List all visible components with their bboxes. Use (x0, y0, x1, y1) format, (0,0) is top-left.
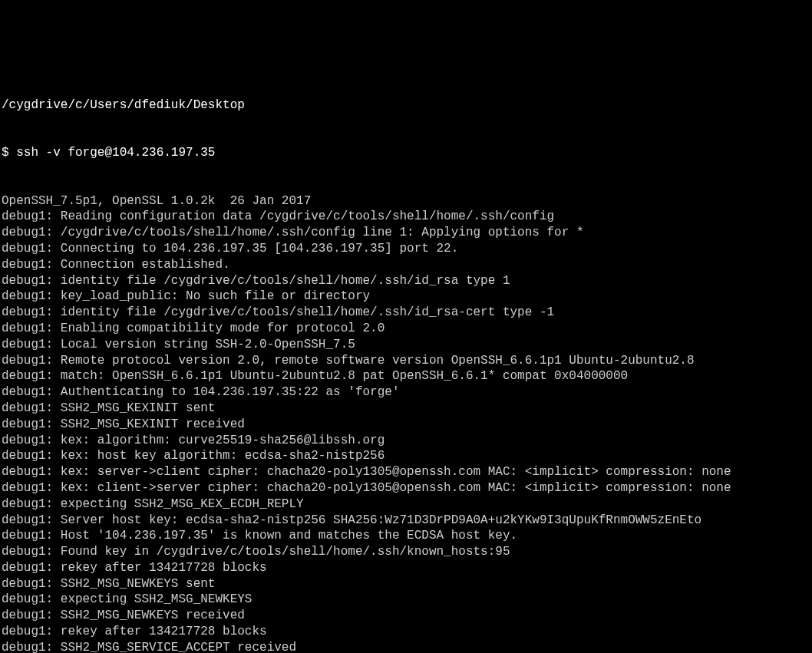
output-line: debug1: Server host key: ecdsa-sha2-nist… (2, 513, 810, 529)
output-line: debug1: expecting SSH2_MSG_NEWKEYS (2, 592, 810, 608)
output-line: debug1: SSH2_MSG_NEWKEYS sent (2, 576, 810, 592)
output-line: debug1: Reading configuration data /cygd… (2, 209, 810, 225)
output-line: debug1: Authenticating to 104.236.197.35… (2, 384, 810, 401)
output-line: OpenSSH_7.5p1, OpenSSL 1.0.2k 26 Jan 201… (2, 193, 810, 209)
output-line: debug1: Host '104.236.197.35' is known a… (2, 528, 810, 544)
output-line: debug1: kex: server->client cipher: chac… (2, 464, 810, 480)
output-line: debug1: Remote protocol version 2.0, rem… (2, 353, 810, 369)
output-line: debug1: Local version string SSH-2.0-Ope… (2, 337, 810, 353)
output-lines: OpenSSH_7.5p1, OpenSSL 1.0.2k 26 Jan 201… (2, 193, 810, 653)
output-line: debug1: kex: algorithm: curve25519-sha25… (2, 433, 810, 449)
output-line: debug1: Enabling compatibility mode for … (2, 321, 810, 337)
output-line: debug1: SSH2_MSG_KEXINIT sent (2, 401, 810, 417)
current-directory: /cygdrive/c/Users/dfediuk/Desktop (2, 97, 810, 114)
output-line: debug1: expecting SSH2_MSG_KEX_ECDH_REPL… (2, 496, 810, 513)
output-line: debug1: SSH2_MSG_SERVICE_ACCEPT received (2, 640, 810, 653)
terminal-output: /cygdrive/c/Users/dfediuk/Desktop $ ssh … (2, 65, 810, 653)
output-line: debug1: Found key in /cygdrive/c/tools/s… (2, 544, 810, 560)
output-line: debug1: kex: host key algorithm: ecdsa-s… (2, 448, 810, 464)
output-line: debug1: rekey after 134217728 blocks (2, 624, 810, 640)
output-line: debug1: /cygdrive/c/tools/shell/home/.ss… (2, 225, 810, 241)
output-line: debug1: key_load_public: No such file or… (2, 289, 810, 305)
output-line: debug1: SSH2_MSG_KEXINIT received (2, 417, 810, 433)
output-line: debug1: rekey after 134217728 blocks (2, 560, 810, 576)
output-line: debug1: SSH2_MSG_NEWKEYS received (2, 608, 810, 624)
output-line: debug1: identity file /cygdrive/c/tools/… (2, 305, 810, 321)
command-prompt: $ ssh -v forge@104.236.197.35 (2, 145, 810, 161)
output-line: debug1: kex: client->server cipher: chac… (2, 480, 810, 496)
output-line: debug1: match: OpenSSH_6.6.1p1 Ubuntu-2u… (2, 368, 810, 384)
output-line: debug1: Connecting to 104.236.197.35 [10… (2, 241, 810, 257)
output-line: debug1: Connection established. (2, 257, 810, 273)
output-line: debug1: identity file /cygdrive/c/tools/… (2, 273, 810, 289)
